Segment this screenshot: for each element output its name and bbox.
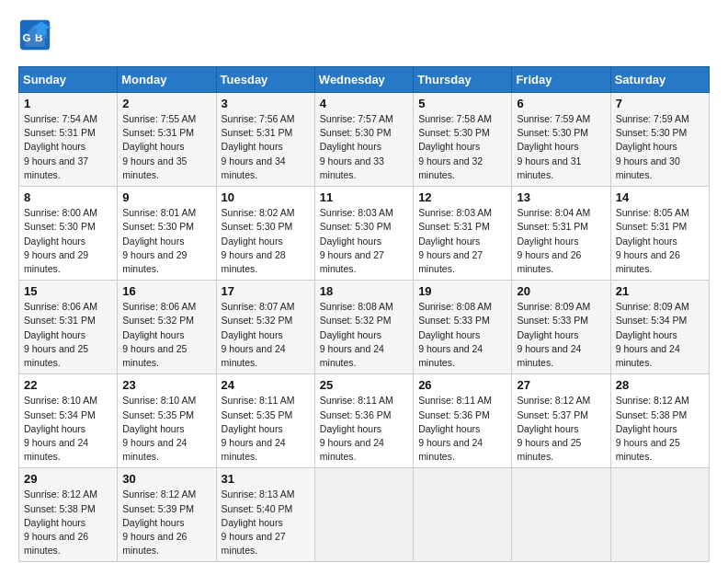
- day-info: Sunrise: 8:08 AM Sunset: 5:32 PM Dayligh…: [320, 300, 408, 370]
- day-info: Sunrise: 8:03 AM Sunset: 5:30 PM Dayligh…: [320, 206, 408, 276]
- day-info: Sunrise: 8:12 AM Sunset: 5:38 PM Dayligh…: [24, 488, 112, 557]
- day-number: 22: [24, 378, 112, 392]
- day-info: Sunrise: 8:11 AM Sunset: 5:36 PM Dayligh…: [320, 394, 408, 464]
- day-number: 2: [122, 97, 210, 110]
- day-cell-12: 12 Sunrise: 8:03 AM Sunset: 5:31 PM Dayl…: [414, 187, 512, 281]
- day-cell-17: 17 Sunrise: 8:07 AM Sunset: 5:32 PM Dayl…: [216, 281, 314, 374]
- logo: G B: [18, 18, 57, 52]
- empty-day-cell: [512, 468, 610, 562]
- day-info: Sunrise: 8:06 AM Sunset: 5:32 PM Dayligh…: [122, 300, 210, 370]
- day-cell-23: 23 Sunrise: 8:10 AM Sunset: 5:35 PM Dayl…: [118, 374, 216, 468]
- day-number: 25: [320, 378, 408, 392]
- day-number: 16: [122, 284, 210, 298]
- day-number: 12: [418, 190, 506, 204]
- day-info: Sunrise: 7:56 AM Sunset: 5:31 PM Dayligh…: [222, 112, 310, 182]
- day-info: Sunrise: 8:03 AM Sunset: 5:31 PM Dayligh…: [418, 206, 506, 276]
- day-number: 17: [222, 284, 310, 298]
- calendar-week-2: 8 Sunrise: 8:00 AM Sunset: 5:30 PM Dayli…: [19, 187, 710, 281]
- weekday-header-sunday: Sunday: [19, 67, 118, 93]
- day-number: 18: [320, 284, 408, 298]
- day-info: Sunrise: 8:00 AM Sunset: 5:30 PM Dayligh…: [24, 206, 112, 276]
- day-number: 10: [222, 190, 310, 204]
- day-number: 8: [24, 190, 112, 204]
- day-info: Sunrise: 8:06 AM Sunset: 5:31 PM Dayligh…: [24, 300, 112, 370]
- empty-day-cell: [414, 468, 512, 562]
- day-number: 9: [122, 190, 210, 204]
- day-info: Sunrise: 8:01 AM Sunset: 5:30 PM Dayligh…: [122, 206, 210, 276]
- day-number: 14: [616, 190, 704, 204]
- day-info: Sunrise: 7:59 AM Sunset: 5:30 PM Dayligh…: [517, 112, 605, 182]
- day-info: Sunrise: 8:04 AM Sunset: 5:31 PM Dayligh…: [517, 206, 605, 276]
- day-cell-21: 21 Sunrise: 8:09 AM Sunset: 5:34 PM Dayl…: [610, 281, 709, 374]
- day-info: Sunrise: 8:10 AM Sunset: 5:35 PM Dayligh…: [122, 394, 210, 464]
- day-cell-1: 1 Sunrise: 7:54 AM Sunset: 5:31 PM Dayli…: [19, 93, 118, 187]
- day-cell-5: 5 Sunrise: 7:58 AM Sunset: 5:30 PM Dayli…: [414, 93, 512, 187]
- day-cell-10: 10 Sunrise: 8:02 AM Sunset: 5:30 PM Dayl…: [216, 187, 314, 281]
- day-number: 7: [616, 97, 704, 110]
- day-info: Sunrise: 8:12 AM Sunset: 5:38 PM Dayligh…: [616, 394, 704, 464]
- day-number: 28: [616, 378, 704, 392]
- day-cell-7: 7 Sunrise: 7:59 AM Sunset: 5:30 PM Dayli…: [610, 93, 709, 187]
- day-info: Sunrise: 8:08 AM Sunset: 5:33 PM Dayligh…: [418, 300, 506, 370]
- day-cell-31: 31 Sunrise: 8:13 AM Sunset: 5:40 PM Dayl…: [216, 468, 314, 562]
- day-number: 6: [517, 97, 605, 110]
- day-info: Sunrise: 8:05 AM Sunset: 5:31 PM Dayligh…: [616, 206, 704, 276]
- svg-text:G: G: [23, 31, 31, 43]
- day-cell-11: 11 Sunrise: 8:03 AM Sunset: 5:30 PM Dayl…: [314, 187, 413, 281]
- day-info: Sunrise: 8:12 AM Sunset: 5:37 PM Dayligh…: [517, 394, 605, 464]
- day-cell-19: 19 Sunrise: 8:08 AM Sunset: 5:33 PM Dayl…: [414, 281, 512, 374]
- day-cell-18: 18 Sunrise: 8:08 AM Sunset: 5:32 PM Dayl…: [314, 281, 413, 374]
- day-cell-13: 13 Sunrise: 8:04 AM Sunset: 5:31 PM Dayl…: [512, 187, 610, 281]
- logo-icon: G B: [18, 18, 51, 52]
- day-info: Sunrise: 8:13 AM Sunset: 5:40 PM Dayligh…: [222, 488, 310, 557]
- day-number: 19: [418, 284, 506, 298]
- day-number: 20: [517, 284, 605, 298]
- day-cell-20: 20 Sunrise: 8:09 AM Sunset: 5:33 PM Dayl…: [512, 281, 610, 374]
- day-number: 13: [517, 190, 605, 204]
- calendar-week-4: 22 Sunrise: 8:10 AM Sunset: 5:34 PM Dayl…: [19, 374, 710, 468]
- day-cell-22: 22 Sunrise: 8:10 AM Sunset: 5:34 PM Dayl…: [19, 374, 118, 468]
- empty-day-cell: [314, 468, 413, 562]
- day-info: Sunrise: 7:58 AM Sunset: 5:30 PM Dayligh…: [418, 112, 506, 182]
- day-info: Sunrise: 7:55 AM Sunset: 5:31 PM Dayligh…: [122, 112, 210, 182]
- page-header: G B: [18, 18, 710, 52]
- day-info: Sunrise: 8:02 AM Sunset: 5:30 PM Dayligh…: [222, 206, 310, 276]
- day-cell-26: 26 Sunrise: 8:11 AM Sunset: 5:36 PM Dayl…: [414, 374, 512, 468]
- day-number: 5: [418, 97, 506, 110]
- day-number: 29: [24, 472, 112, 486]
- day-number: 4: [320, 97, 408, 110]
- day-number: 24: [222, 378, 310, 392]
- day-info: Sunrise: 7:57 AM Sunset: 5:30 PM Dayligh…: [320, 112, 408, 182]
- weekday-header-monday: Monday: [118, 67, 216, 93]
- calendar-week-1: 1 Sunrise: 7:54 AM Sunset: 5:31 PM Dayli…: [19, 93, 710, 187]
- day-cell-28: 28 Sunrise: 8:12 AM Sunset: 5:38 PM Dayl…: [610, 374, 709, 468]
- day-info: Sunrise: 8:10 AM Sunset: 5:34 PM Dayligh…: [24, 394, 112, 464]
- day-info: Sunrise: 8:12 AM Sunset: 5:39 PM Dayligh…: [122, 488, 210, 557]
- day-number: 31: [222, 472, 310, 486]
- empty-day-cell: [610, 468, 709, 562]
- calendar-week-5: 29 Sunrise: 8:12 AM Sunset: 5:38 PM Dayl…: [19, 468, 710, 562]
- day-info: Sunrise: 8:09 AM Sunset: 5:34 PM Dayligh…: [616, 300, 704, 370]
- day-cell-6: 6 Sunrise: 7:59 AM Sunset: 5:30 PM Dayli…: [512, 93, 610, 187]
- day-cell-16: 16 Sunrise: 8:06 AM Sunset: 5:32 PM Dayl…: [118, 281, 216, 374]
- day-cell-29: 29 Sunrise: 8:12 AM Sunset: 5:38 PM Dayl…: [19, 468, 118, 562]
- day-number: 3: [222, 97, 310, 110]
- day-cell-25: 25 Sunrise: 8:11 AM Sunset: 5:36 PM Dayl…: [314, 374, 413, 468]
- day-cell-3: 3 Sunrise: 7:56 AM Sunset: 5:31 PM Dayli…: [216, 93, 314, 187]
- weekday-header-tuesday: Tuesday: [216, 67, 314, 93]
- day-number: 30: [122, 472, 210, 486]
- weekday-header-thursday: Thursday: [414, 67, 512, 93]
- day-cell-4: 4 Sunrise: 7:57 AM Sunset: 5:30 PM Dayli…: [314, 93, 413, 187]
- calendar-header-row: SundayMondayTuesdayWednesdayThursdayFrid…: [19, 67, 710, 93]
- day-number: 21: [616, 284, 704, 298]
- weekday-header-saturday: Saturday: [610, 67, 709, 93]
- day-cell-2: 2 Sunrise: 7:55 AM Sunset: 5:31 PM Dayli…: [118, 93, 216, 187]
- day-number: 23: [122, 378, 210, 392]
- day-cell-14: 14 Sunrise: 8:05 AM Sunset: 5:31 PM Dayl…: [610, 187, 709, 281]
- day-number: 1: [24, 97, 112, 110]
- day-number: 11: [320, 190, 408, 204]
- day-cell-15: 15 Sunrise: 8:06 AM Sunset: 5:31 PM Dayl…: [19, 281, 118, 374]
- day-info: Sunrise: 7:59 AM Sunset: 5:30 PM Dayligh…: [616, 112, 704, 182]
- weekday-header-friday: Friday: [512, 67, 610, 93]
- day-info: Sunrise: 8:07 AM Sunset: 5:32 PM Dayligh…: [222, 300, 310, 370]
